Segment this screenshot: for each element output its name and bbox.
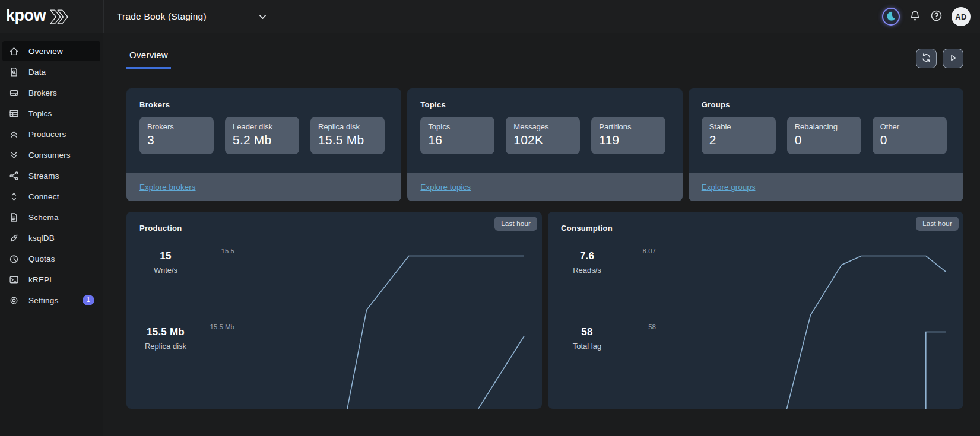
card-title: Brokers <box>126 88 401 109</box>
refresh-button[interactable] <box>916 49 937 68</box>
rocket-icon <box>9 233 19 243</box>
sidebar-item-data[interactable]: Data <box>2 62 100 82</box>
metric-value: 15 <box>137 250 194 262</box>
stat-tiles: Topics16Messages102KPartitions119 <box>407 109 682 154</box>
avatar[interactable]: AD <box>952 7 971 26</box>
stat-tile: Topics16 <box>420 117 494 154</box>
sidebar-item-label: ksqlDB <box>28 234 55 243</box>
topbar-divider <box>103 0 104 33</box>
metric-value: 7.6 <box>559 250 616 262</box>
card-footer: Explore topics <box>407 173 682 201</box>
main-header: Overview <box>126 49 963 69</box>
metric-name: Replica disk <box>137 342 194 351</box>
sidebar-item-connect[interactable]: Connect <box>2 186 100 206</box>
moon-icon <box>885 10 897 24</box>
sidebar-item-krepl[interactable]: kREPL <box>2 269 100 289</box>
replica-disk-sparkline <box>243 326 524 409</box>
stat-tile: Leader disk5.2 Mb <box>225 117 299 154</box>
sidebar-item-label: Consumers <box>28 151 71 160</box>
environment-selector[interactable]: Trade Book (Staging) <box>117 11 268 22</box>
sidebar-item-consumers[interactable]: Consumers <box>2 145 100 165</box>
stat-label: Rebalancing <box>795 122 854 131</box>
stat-value: 102K <box>513 133 572 147</box>
refresh-icon <box>921 53 931 65</box>
stat-cards-row: BrokersBrokers3Leader disk5.2 MbReplica … <box>126 88 963 201</box>
stat-value: 0 <box>795 133 854 147</box>
card-title: Consumption <box>548 212 963 233</box>
metric-name: Write/s <box>137 266 194 275</box>
stat-tile: Stable2 <box>702 117 776 154</box>
stat-value: 2 <box>709 133 768 147</box>
stat-value: 0 <box>880 133 939 147</box>
drive-icon <box>9 88 19 98</box>
metric-name: Total lag <box>559 342 616 351</box>
stat-value: 15.5 Mb <box>318 133 377 147</box>
sidebar-item-producers[interactable]: Producers <box>2 124 100 144</box>
total-lag-sparkline <box>664 326 946 409</box>
header-actions <box>916 49 963 68</box>
stat-value: 5.2 Mb <box>233 133 291 147</box>
metric-value: 58 <box>559 326 616 338</box>
stat-tile: Brokers3 <box>139 117 214 154</box>
stat-tile: Other0 <box>873 117 947 154</box>
sidebar-item-streams[interactable]: Streams <box>2 166 100 186</box>
sidebar-item-label: Overview <box>28 47 63 56</box>
bell-icon <box>909 9 921 24</box>
play-button[interactable] <box>943 49 963 68</box>
sidebar-item-quotas[interactable]: Quotas <box>2 249 100 269</box>
metric-row-replica-disk: 15.5 Mb Replica disk 15.5 Mb 14.2 Mb <box>137 326 524 371</box>
metric-row-total-lag: 58 Total lag 58 34 <box>559 326 946 371</box>
sidebar-nav: OverviewDataBrokersTopicsProducersConsum… <box>0 41 103 310</box>
stat-label: Replica disk <box>318 122 377 131</box>
topbar-actions: AD <box>882 7 971 26</box>
document-search-icon <box>9 67 19 77</box>
explore-link[interactable]: Explore topics <box>420 183 471 192</box>
file-icon <box>9 212 19 222</box>
stat-tile: Messages102K <box>506 117 580 154</box>
gear-icon <box>9 295 19 305</box>
pie-icon <box>9 254 19 264</box>
sidebar-item-label: kREPL <box>28 275 54 284</box>
sidebar-item-schema[interactable]: Schema <box>2 207 100 227</box>
stat-label: Topics <box>428 122 487 131</box>
time-range-badge: Last hour <box>916 217 959 231</box>
sidebar-item-settings[interactable]: Settings1 <box>2 290 100 310</box>
connect-icon <box>9 192 19 202</box>
logo[interactable]: kpow <box>6 8 103 26</box>
environment-label: Trade Book (Staging) <box>117 11 207 22</box>
card-title: Production <box>126 212 542 233</box>
tab-overview[interactable]: Overview <box>126 49 171 69</box>
sidebar-item-overview[interactable]: Overview <box>2 41 100 61</box>
question-circle-icon <box>930 9 943 24</box>
spark-max-label: 8.07 <box>643 247 656 254</box>
sidebar-item-label: Brokers <box>28 88 57 97</box>
metric-name: Reads/s <box>559 266 616 275</box>
sidebar-item-brokers[interactable]: Brokers <box>2 82 100 103</box>
spark-max-label: 15.5 <box>221 247 234 254</box>
spark-max-label: 15.5 Mb <box>210 323 234 330</box>
sidebar-item-label: Producers <box>28 130 66 139</box>
theme-toggle-button[interactable] <box>882 8 900 26</box>
stat-label: Stable <box>709 122 768 131</box>
stat-tiles: Stable2Rebalancing0Other0 <box>689 109 963 154</box>
settings-badge: 1 <box>83 295 94 305</box>
stat-value: 16 <box>428 133 487 147</box>
sidebar-item-topics[interactable]: Topics <box>2 103 100 123</box>
chevron-down-icon <box>258 12 268 22</box>
notifications-button[interactable] <box>909 9 921 24</box>
share-icon <box>9 171 19 181</box>
home-icon <box>9 46 19 56</box>
topbar: kpow Trade Book (Staging) <box>0 0 980 33</box>
sidebar-item-label: Data <box>28 68 46 77</box>
sidebar-item-label: Streams <box>28 171 59 180</box>
explore-link[interactable]: Explore groups <box>702 183 756 192</box>
help-button[interactable] <box>930 9 943 24</box>
stat-value: 119 <box>599 133 658 147</box>
sidebar-item-ksqldb[interactable]: ksqlDB <box>2 228 100 248</box>
card-footer: Explore brokers <box>126 173 401 201</box>
metric-row-reads: 7.6 Reads/s 8.07 0 <box>559 250 946 295</box>
production-card: Last hour Production 15 Write/s 15.5 0 <box>126 212 542 409</box>
explore-link[interactable]: Explore brokers <box>139 183 196 192</box>
stat-tiles: Brokers3Leader disk5.2 MbReplica disk15.… <box>126 109 401 154</box>
card-title: Topics <box>407 88 682 109</box>
